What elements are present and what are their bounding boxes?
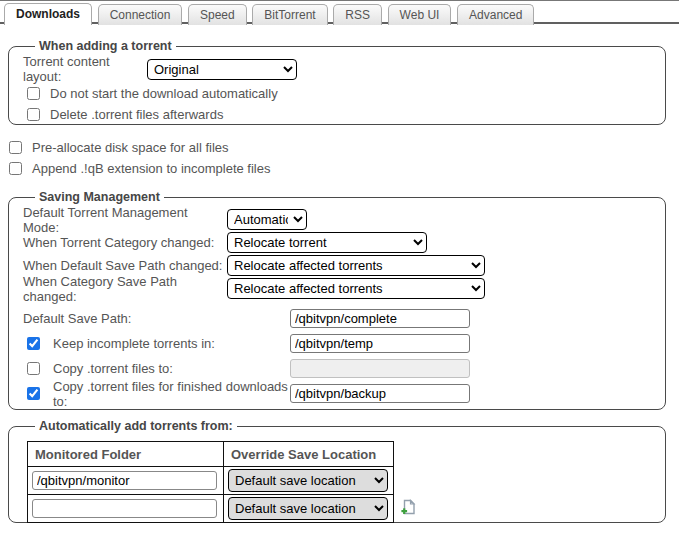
tab-rss[interactable]: RSS xyxy=(333,4,382,25)
table-row: Default save location xyxy=(28,495,394,523)
keep-incomplete-label: Keep incomplete torrents in: xyxy=(53,336,215,351)
copy-torrent-files-checkbox[interactable] xyxy=(27,362,40,375)
default-save-path-row: Default Save Path: xyxy=(23,306,657,331)
saving-management-section: Saving Management Default Torrent Manage… xyxy=(8,190,666,410)
auto-add-torrents-section: Automatically add torrents from: Monitor… xyxy=(8,419,666,523)
append-extension-checkbox[interactable] xyxy=(9,162,22,175)
category-path-changed-label: When Category Save Path changed: xyxy=(23,274,227,304)
keep-incomplete-row: Keep incomplete torrents in: xyxy=(23,331,657,356)
torrent-content-layout-row: Torrent content layout: Original xyxy=(23,57,657,81)
auto-add-torrents-legend: Automatically add torrents from: xyxy=(35,419,237,433)
category-changed-row: When Torrent Category changed: Relocate … xyxy=(23,231,657,254)
management-mode-label: Default Torrent Management Mode: xyxy=(23,205,227,235)
preallocate-checkbox[interactable] xyxy=(9,141,22,154)
category-path-changed-row: When Category Save Path changed: Relocat… xyxy=(23,277,657,300)
override-save-location-header: Override Save Location xyxy=(224,442,394,467)
copy-torrent-files-row: Copy .torrent files to: xyxy=(23,356,657,381)
do-not-start-checkbox[interactable] xyxy=(27,87,40,100)
default-path-changed-select[interactable]: Relocate affected torrents xyxy=(227,255,485,276)
tab-speed[interactable]: Speed xyxy=(188,4,247,25)
when-adding-torrent-section: When adding a torrent Torrent content la… xyxy=(8,39,666,125)
copy-finished-label: Copy .torrent files for finished downloa… xyxy=(53,379,290,409)
watched-folders-table: Monitored Folder Override Save Location … xyxy=(27,441,394,523)
category-changed-select[interactable]: Relocate torrent xyxy=(227,232,427,253)
keep-incomplete-checkbox[interactable] xyxy=(27,337,40,350)
management-mode-row: Default Torrent Management Mode: Automat… xyxy=(23,208,657,231)
keep-incomplete-path-input[interactable] xyxy=(290,334,470,353)
monitored-folder-header: Monitored Folder xyxy=(28,442,224,467)
tab-connection[interactable]: Connection xyxy=(98,4,183,25)
tab-advanced[interactable]: Advanced xyxy=(457,4,534,25)
do-not-start-row: Do not start the download automatically xyxy=(23,83,657,104)
default-save-path-label: Default Save Path: xyxy=(23,311,131,326)
preallocate-label: Pre-allocate disk space for all files xyxy=(32,140,229,155)
category-changed-label: When Torrent Category changed: xyxy=(23,235,227,250)
copy-torrent-files-path-input xyxy=(290,359,470,378)
tab-downloads[interactable]: Downloads xyxy=(4,3,92,25)
default-save-path-input[interactable] xyxy=(290,309,470,328)
default-path-changed-label: When Default Save Path changed: xyxy=(23,258,227,273)
override-save-location-select-1[interactable]: Default save location xyxy=(228,469,388,492)
copy-torrent-files-label: Copy .torrent files to: xyxy=(53,361,173,376)
do-not-start-label: Do not start the download automatically xyxy=(50,86,278,101)
torrent-content-layout-label: Torrent content layout: xyxy=(23,54,147,84)
saving-management-legend: Saving Management xyxy=(35,190,164,204)
category-path-changed-select[interactable]: Relocate affected torrents xyxy=(227,278,485,299)
copy-finished-row: Copy .torrent files for finished downloa… xyxy=(23,381,657,406)
append-extension-row: Append .!qB extension to incomplete file… xyxy=(9,158,679,179)
tab-bittorrent[interactable]: BitTorrent xyxy=(252,4,327,25)
copy-finished-checkbox[interactable] xyxy=(27,387,40,400)
copy-finished-path-input[interactable] xyxy=(290,384,470,403)
delete-torrent-files-label: Delete .torrent files afterwards xyxy=(50,107,223,122)
when-adding-torrent-legend: When adding a torrent xyxy=(35,39,176,53)
delete-torrent-files-row: Delete .torrent files afterwards xyxy=(23,104,657,125)
tab-webui[interactable]: Web UI xyxy=(388,4,452,25)
settings-tab-bar: Downloads Connection Speed BitTorrent RS… xyxy=(0,0,679,24)
management-mode-select[interactable]: Automatic xyxy=(227,209,307,230)
monitored-folder-input-2[interactable] xyxy=(32,499,217,518)
watched-folders-table-wrap: Monitored Folder Override Save Location … xyxy=(27,441,657,523)
monitored-folder-input-1[interactable] xyxy=(32,471,217,490)
table-header-row: Monitored Folder Override Save Location xyxy=(28,442,394,467)
torrent-content-layout-select[interactable]: Original xyxy=(147,59,297,80)
override-save-location-select-2[interactable]: Default save location xyxy=(228,497,388,520)
delete-torrent-files-checkbox[interactable] xyxy=(27,108,40,121)
preallocate-row: Pre-allocate disk space for all files xyxy=(9,137,679,158)
append-extension-label: Append .!qB extension to incomplete file… xyxy=(32,161,270,176)
general-download-options: Pre-allocate disk space for all files Ap… xyxy=(9,137,679,179)
add-document-icon[interactable] xyxy=(401,499,416,518)
table-row: Default save location xyxy=(28,467,394,495)
